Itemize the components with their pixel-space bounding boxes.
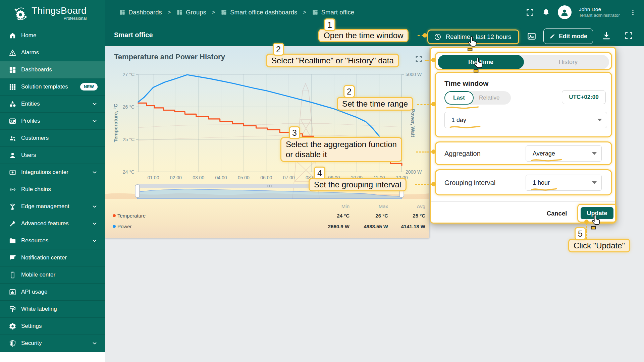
time-window-popup: Realtime History Time window Last Relati…	[430, 47, 616, 224]
app-logo[interactable]: ThingsBoard Professional	[0, 0, 105, 27]
interval-value: 1 day	[451, 117, 466, 124]
dashboard-grid-icon	[221, 9, 227, 15]
breadcrumb-separator: >	[168, 9, 171, 15]
breadcrumb-item-2[interactable]: Groups>	[176, 9, 221, 16]
sidebar-item-label: Profiles	[21, 118, 92, 124]
brand-name: ThingsBoard	[32, 5, 87, 16]
breadcrumb-label: Groups	[186, 9, 206, 16]
toggle-last[interactable]: Last	[444, 91, 474, 105]
breadcrumb-item-4[interactable]: Smart office	[312, 9, 354, 16]
image-gallery-icon[interactable]	[527, 31, 537, 41]
sidebar-item-label: Integrations center	[21, 169, 92, 176]
entities-icon	[9, 100, 16, 108]
fullscreen-icon[interactable]	[526, 8, 534, 17]
legend-column-avg: Avg	[417, 203, 425, 209]
svg-text:5000 W: 5000 W	[406, 72, 422, 77]
sidebar-item-security[interactable]: Security	[0, 335, 105, 352]
sidebar-item-label: Solution templates	[21, 83, 80, 90]
sidebar-item-white-labeling[interactable]: White labeling	[0, 301, 105, 318]
chevron-down-icon	[92, 340, 98, 346]
sidebar-item-label: White labeling	[21, 306, 98, 312]
svg-text:25 °C: 25 °C	[123, 137, 135, 142]
sidebar-item-solution-templates[interactable]: Solution templatesNEW	[0, 78, 105, 96]
x-tick-label: 06:00	[260, 175, 272, 180]
resources-icon	[9, 237, 16, 245]
hand-cursor-icon	[590, 214, 602, 230]
sidebar-item-advanced-features[interactable]: Advanced features	[0, 215, 105, 232]
page-title: Smart office	[114, 31, 153, 39]
breadcrumb-separator: >	[303, 9, 306, 15]
grouping-value: 1 hour	[533, 179, 550, 186]
profiles-icon	[9, 117, 16, 125]
toggle-relative[interactable]: Relative	[474, 95, 505, 101]
grouping-section: Grouping interval 1 hour	[435, 169, 612, 195]
sidebar-item-edge-management[interactable]: Edge management	[0, 198, 105, 215]
rule-chains-icon	[9, 186, 16, 193]
legend-min-value: 2660.9 W	[328, 224, 350, 229]
sidebar-item-label: Edge management	[21, 203, 92, 210]
sidebar-item-label: Settings	[21, 323, 98, 329]
timezone-button[interactable]: UTC+02:00	[562, 90, 606, 104]
widget-expand-icon[interactable]	[415, 55, 423, 63]
aggregation-section: Aggregation Average	[435, 141, 612, 165]
hand-cursor-icon	[473, 57, 485, 73]
svg-text:Power, Watt: Power, Watt	[410, 109, 416, 137]
sidebar-item-dashboards[interactable]: Dashboards	[0, 61, 105, 78]
sidebar-item-rule-chains[interactable]: Rule chains	[0, 181, 105, 198]
annotation-2a-label: Select "Realtime" or "History" data	[266, 54, 399, 67]
legend-dot	[113, 225, 116, 228]
sidebar-item-mobile-center[interactable]: Mobile center	[0, 266, 105, 284]
api-usage-icon	[9, 288, 16, 296]
svg-text:2000 W: 2000 W	[406, 169, 422, 175]
avatar[interactable]	[558, 5, 572, 19]
breadcrumb-label: Dashboards	[128, 9, 162, 16]
sidebar-item-home[interactable]: Home	[0, 27, 105, 44]
dashboards-icon	[9, 66, 16, 74]
kebab-menu-icon[interactable]	[629, 8, 637, 17]
sidebar-item-users[interactable]: Users	[0, 147, 105, 164]
sidebar-item-profiles[interactable]: Profiles	[0, 113, 105, 130]
annotation-2a-number: 2	[273, 43, 284, 56]
chevron-down-icon	[92, 203, 98, 209]
aggregation-value: Average	[533, 150, 555, 157]
dashboard-grid-icon	[312, 9, 318, 15]
home-icon	[9, 32, 16, 40]
top-header: Dashboards>Groups>Smart office dashboard…	[105, 0, 644, 24]
dashboard-grid-icon	[119, 9, 125, 15]
cancel-button[interactable]: Cancel	[542, 208, 572, 219]
legend-max-value: 26 °C	[375, 213, 388, 219]
breadcrumb-item-1[interactable]: Dashboards>	[119, 9, 176, 16]
hand-cursor-icon	[467, 36, 479, 52]
sidebar-item-customers[interactable]: Customers	[0, 130, 105, 147]
scrubber-handle-left[interactable]	[135, 185, 140, 197]
legend-avg-value: 4141.18 W	[401, 224, 425, 229]
chevron-down-icon	[92, 118, 98, 124]
sidebar-item-integrations-center[interactable]: Integrations center	[0, 164, 105, 181]
sidebar-item-settings[interactable]: Settings	[0, 318, 105, 335]
sidebar-item-alarms[interactable]: Alarms	[0, 44, 105, 61]
tabs-highlight-box: Realtime History	[435, 52, 612, 70]
sidebar-item-label: Rule chains	[21, 186, 98, 193]
sidebar: ThingsBoard Professional HomeAlarmsDashb…	[0, 0, 105, 362]
svg-text:24 °C: 24 °C	[123, 169, 135, 175]
breadcrumb-item-3[interactable]: Smart office dashboards>	[221, 9, 312, 16]
sidebar-item-label: Dashboards	[21, 66, 98, 73]
download-icon[interactable]	[601, 31, 611, 41]
breadcrumb-separator: >	[212, 9, 215, 15]
sidebar-item-resources[interactable]: Resources	[0, 232, 105, 249]
chevron-down-icon	[592, 181, 597, 184]
sidebar-item-notification-center[interactable]: Notification center	[0, 249, 105, 266]
legend-avg-value: 25 °C	[413, 213, 425, 219]
tab-history[interactable]: History	[527, 55, 609, 69]
sidebar-item-entities[interactable]: Entities	[0, 96, 105, 113]
dashboard-grid-icon	[176, 9, 183, 15]
notifications-bell-icon[interactable]	[542, 8, 550, 17]
white-labeling-icon	[9, 305, 16, 313]
sidebar-item-label: Security	[21, 340, 92, 347]
sidebar-item-api-usage[interactable]: API usage	[0, 284, 105, 301]
toolbar-fullscreen-icon[interactable]	[624, 31, 633, 40]
sidebar-item-label: Resources	[21, 237, 92, 244]
user-role: Tenant administrator	[579, 13, 620, 18]
edit-mode-button[interactable]: Edit mode	[543, 28, 593, 44]
users-icon	[9, 152, 16, 159]
